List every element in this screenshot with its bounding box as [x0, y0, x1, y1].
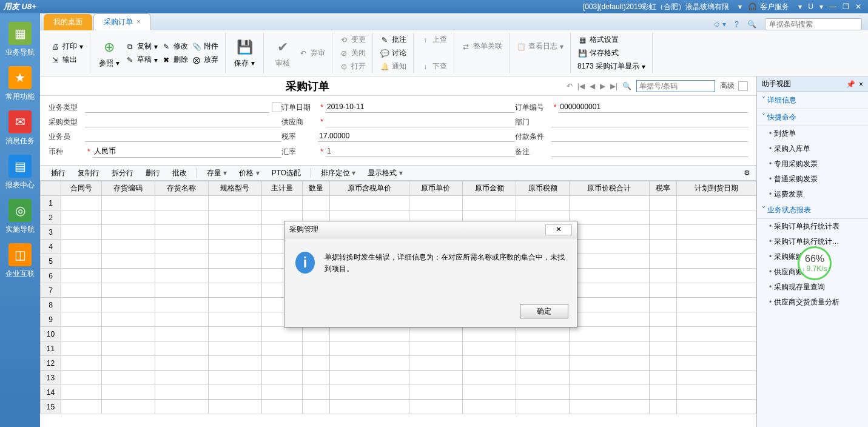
orderdate-input[interactable]: 2019-10-11 — [326, 102, 515, 113]
helper-section-reports[interactable]: 业务状态报表 — [757, 202, 868, 219]
abandon-button[interactable]: ⨂放弃 — [190, 53, 220, 67]
col-header[interactable]: 计划到货日期 — [676, 181, 756, 196]
table-row[interactable]: 10 — [41, 327, 756, 341]
helper-rpt-item[interactable]: 采购现存量查询 — [757, 280, 868, 295]
col-header[interactable]: 原币单价 — [409, 181, 462, 196]
notify-button[interactable]: 🔔通知 — [378, 60, 408, 73]
saveformat-button[interactable]: 💾保存格式 — [576, 47, 647, 60]
helper-cmd-item[interactable]: 运费发票 — [757, 187, 868, 202]
wholelink-button[interactable]: ⇄整单关联 — [459, 40, 504, 53]
col-header[interactable]: 原币金额 — [462, 181, 516, 196]
col-header[interactable]: 原币价税合计 — [570, 181, 649, 196]
sort-button[interactable]: 排序定位 — [316, 166, 360, 180]
helper-close-icon[interactable]: × — [859, 80, 863, 89]
col-header[interactable]: 主计量 — [261, 181, 302, 196]
splitrow-button[interactable]: 拆分行 — [107, 166, 138, 180]
remark-input[interactable] — [551, 146, 748, 157]
helper-cmd-item[interactable]: 到货单 — [757, 126, 868, 141]
last-icon[interactable]: ▶| — [610, 82, 617, 90]
open-button[interactable]: ⊙打开 — [337, 60, 368, 73]
helper-cmd-item[interactable]: 普通采购发票 — [757, 172, 868, 187]
table-row[interactable]: 12 — [41, 356, 756, 371]
col-header[interactable]: 存货编码 — [101, 181, 155, 196]
tracedown-button[interactable]: ↓下查 — [419, 60, 449, 73]
col-header[interactable]: 数量 — [302, 181, 329, 196]
col-header[interactable]: 存货名称 — [155, 181, 208, 196]
title-dropdown-icon[interactable]: ▾ — [738, 2, 742, 11]
viewlog-button[interactable]: 📋查看日志 ▾ — [514, 40, 565, 53]
search-icon[interactable]: 🔍 — [622, 82, 631, 90]
sidebar-item-ent[interactable]: ◫企业互联 — [5, 243, 35, 279]
discuss-button[interactable]: 💬讨论 — [378, 47, 408, 60]
tab-desktop[interactable]: 我的桌面 — [44, 14, 92, 30]
template-select[interactable]: 8173 采购订单显示 ▾ — [576, 60, 647, 73]
close-doc-button[interactable]: ⊘关闭 — [337, 47, 368, 60]
next-icon[interactable]: ▶ — [600, 82, 605, 90]
payterm-input[interactable] — [551, 131, 748, 142]
close-icon[interactable]: ✕ — [855, 2, 861, 11]
copy-button[interactable]: ⧉复制 ▾ — [123, 40, 160, 53]
delrow-button[interactable]: 删行 — [141, 166, 165, 180]
advanced-link[interactable]: 高级 — [720, 81, 735, 91]
supplier-input[interactable] — [326, 116, 515, 127]
change-button[interactable]: ⟲变更 — [337, 33, 368, 47]
salesman-input[interactable] — [85, 131, 281, 142]
col-header[interactable]: 税率 — [649, 181, 676, 196]
tab-close-icon[interactable]: × — [136, 18, 141, 26]
dialog-close-icon[interactable]: ✕ — [545, 224, 572, 235]
sidebar-item-msg[interactable]: ✉消息任务 — [5, 110, 35, 146]
taxrate-input[interactable]: 17.00000 — [318, 131, 514, 142]
helper-cmd-item[interactable]: 专用采购发票 — [757, 156, 868, 172]
biztype-input[interactable] — [85, 102, 269, 113]
maximize-icon[interactable]: ❐ — [843, 2, 849, 11]
title-dropdown2-icon[interactable]: ▾ — [798, 2, 802, 11]
prev-icon[interactable]: ◀ — [590, 82, 595, 90]
dialog-ok-button[interactable]: 确定 — [520, 304, 568, 318]
table-row[interactable]: 14 — [41, 385, 756, 400]
audit-button[interactable]: ✔审核 — [269, 35, 297, 71]
exrate-input[interactable]: 1 — [326, 146, 515, 157]
dispfmt-button[interactable]: 显示格式 — [363, 166, 407, 180]
dropdown-icon[interactable] — [272, 103, 281, 112]
currency-input[interactable]: 人民币 — [93, 146, 282, 158]
undo-nav-icon[interactable]: ↶ — [567, 82, 573, 90]
reference-button[interactable]: ⊕参照 ▾ — [95, 35, 123, 71]
customer-service[interactable]: 客户服务 — [760, 2, 789, 12]
helper-rpt-item[interactable]: 供应商交货质量分析 — [757, 295, 868, 310]
table-row[interactable]: 13 — [41, 371, 756, 385]
minimize-icon[interactable]: — — [829, 2, 836, 11]
attach-button[interactable]: 📎附件 — [190, 40, 220, 53]
headset-icon[interactable]: 🎧 — [748, 2, 757, 11]
speed-indicator[interactable]: 66% ↓ 9.7K/s — [798, 246, 832, 280]
sidebar-item-biznav[interactable]: ▦业务导航 — [5, 22, 35, 58]
price-button[interactable]: 价格 — [234, 166, 264, 180]
col-header[interactable]: 合同号 — [61, 181, 102, 196]
table-row[interactable]: 1 — [41, 196, 756, 210]
helper-rpt-item[interactable]: 采购订单执行统计表 — [757, 219, 868, 234]
search-icon[interactable]: 🔍 — [747, 20, 756, 29]
smiley-icon[interactable]: ☺ ▾ — [713, 20, 727, 29]
first-icon[interactable]: |◀ — [577, 82, 585, 90]
batch-button[interactable]: 批改 — [167, 166, 192, 180]
doc-search-input[interactable] — [636, 80, 715, 92]
col-header[interactable]: 规格型号 — [208, 181, 261, 196]
delete-button[interactable]: ✖删除 — [160, 53, 190, 67]
sidebar-item-common[interactable]: ★常用功能 — [5, 66, 35, 102]
title-u[interactable]: U — [808, 2, 813, 11]
output-button[interactable]: ⇲输出 — [49, 53, 85, 67]
pin-icon[interactable]: 📌 — [846, 80, 855, 89]
title-dropdown3-icon[interactable]: ▾ — [819, 2, 823, 11]
stock-button[interactable]: 存量 — [202, 166, 232, 180]
draft-button[interactable]: ✎草稿 ▾ — [123, 53, 160, 67]
save-button[interactable]: 💾保存 ▾ — [230, 35, 258, 71]
col-header[interactable]: 原币税额 — [516, 181, 570, 196]
copyrow-button[interactable]: 复制行 — [73, 166, 104, 180]
giveup-button[interactable]: ↶弃审 — [297, 47, 327, 60]
sidebar-item-impl[interactable]: ◎实施导航 — [5, 199, 35, 235]
helper-cmd-item[interactable]: 采购入库单 — [757, 141, 868, 156]
helper-section-detail[interactable]: 详细信息 — [757, 92, 868, 109]
orderno-input[interactable]: 0000000001 — [559, 102, 748, 113]
modify-button[interactable]: ✎修改 — [160, 40, 190, 53]
tab-purchase-order[interactable]: 采购订单× — [93, 13, 151, 30]
sidebar-item-report[interactable]: ▤报表中心 — [5, 155, 35, 190]
